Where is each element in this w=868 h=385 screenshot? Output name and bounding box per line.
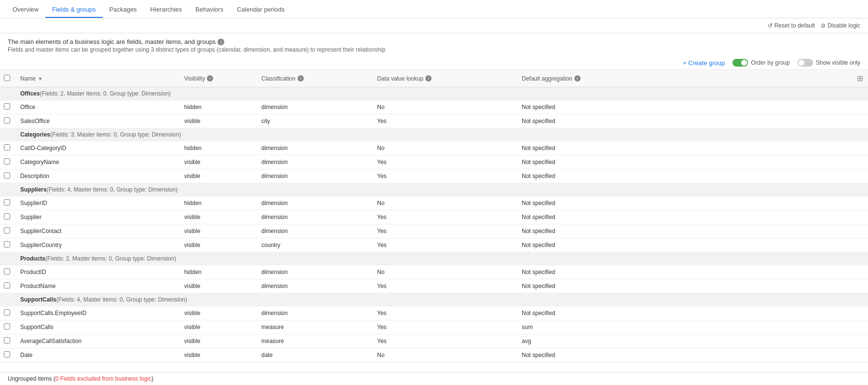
row-lookup: Yes — [372, 238, 517, 252]
row-classification: dimension — [257, 196, 372, 210]
row-classification: dimension — [257, 279, 372, 293]
row-aggregation: Not specified — [517, 279, 868, 293]
row-classification: measure — [257, 334, 372, 348]
row-checkbox[interactable] — [4, 268, 10, 275]
table-row: SupplierContact visible dimension Yes No… — [0, 224, 868, 238]
row-checkbox[interactable] — [4, 199, 10, 206]
group-detail: (Fields: 4, Master items: 0, Group type:… — [47, 186, 177, 193]
table-row: ProductID hidden dimension No Not specif… — [0, 265, 868, 279]
row-checkbox[interactable] — [4, 144, 10, 151]
row-checkbox[interactable] — [4, 337, 10, 344]
group-header-cell: Offices(Fields: 2, Master items: 0, Grou… — [15, 87, 868, 100]
table-body: Offices(Fields: 2, Master items: 0, Grou… — [0, 87, 868, 362]
row-lookup: Yes — [372, 169, 517, 183]
group-cb-cell — [0, 183, 15, 196]
info-main-icon[interactable]: i — [217, 39, 224, 45]
lookup-info-icon[interactable]: i — [425, 75, 432, 82]
group-header-categories: Categories(Fields: 3, Master items: 0, G… — [0, 128, 868, 141]
visibility-info-icon[interactable]: i — [207, 75, 213, 82]
show-visible-only-label: Show visible only — [816, 59, 860, 66]
row-aggregation: Not specified — [517, 169, 868, 183]
row-checkbox[interactable] — [4, 282, 10, 289]
row-checkbox[interactable] — [4, 213, 10, 220]
row-aggregation: Not specified — [517, 196, 868, 210]
row-name: ProductID — [15, 265, 179, 279]
group-detail: (Fields: 2, Master items: 0, Group type:… — [40, 90, 171, 97]
row-visibility: visible — [179, 279, 257, 293]
row-checkbox[interactable] — [4, 351, 10, 358]
row-checkbox-cell — [0, 348, 15, 362]
row-checkbox-cell — [0, 196, 15, 210]
info-bar: The main elements of a business logic ar… — [0, 33, 868, 56]
row-visibility: visible — [179, 210, 257, 224]
row-lookup: Yes — [372, 334, 517, 348]
group-cb-cell — [0, 252, 15, 265]
row-visibility: visible — [179, 114, 257, 128]
row-visibility: visible — [179, 169, 257, 183]
row-name: SupportCalls — [15, 320, 179, 334]
select-all-checkbox[interactable] — [4, 75, 10, 81]
row-name: Office — [15, 100, 179, 114]
info-sub-text: Fields and master items can be grouped t… — [8, 46, 860, 53]
row-name: SupportCalls.EmployeeID — [15, 306, 179, 320]
disable-logic-button[interactable]: ⊘ Disable logic — [821, 22, 860, 29]
group-header-cell: Categories(Fields: 3, Master items: 0, G… — [15, 128, 868, 141]
row-visibility: hidden — [179, 100, 257, 114]
nav-tab-hierarchies[interactable]: Hierarchies — [144, 2, 189, 18]
row-checkbox[interactable] — [4, 172, 10, 179]
order-by-group-toggle[interactable] — [732, 59, 748, 67]
row-visibility: visible — [179, 306, 257, 320]
row-checkbox[interactable] — [4, 241, 10, 248]
row-aggregation: Not specified — [517, 348, 868, 362]
row-classification: city — [257, 114, 372, 128]
group-detail: (Fields: 3, Master items: 0, Group type:… — [50, 131, 181, 138]
row-aggregation: avg — [517, 334, 868, 348]
row-lookup: No — [372, 141, 517, 155]
row-visibility: visible — [179, 238, 257, 252]
row-name: Supplier — [15, 210, 179, 224]
aggregation-info-icon[interactable]: i — [574, 75, 581, 82]
nav-tab-fields-and-groups[interactable]: Fields & groups — [45, 2, 102, 18]
group-header-products: Products(Fields: 2, Master items: 0, Gro… — [0, 252, 868, 265]
row-classification: dimension — [257, 265, 372, 279]
row-checkbox-cell — [0, 155, 15, 169]
name-filter-icon[interactable]: ▼ — [38, 76, 43, 82]
column-settings-icon[interactable]: ⊞ — [857, 74, 863, 83]
nav-tab-packages[interactable]: Packages — [103, 2, 144, 18]
row-checkbox[interactable] — [4, 323, 10, 330]
row-checkbox-cell — [0, 334, 15, 348]
classification-info-icon[interactable]: i — [298, 75, 304, 82]
info-main-text: The main elements of a business logic ar… — [8, 38, 216, 45]
row-checkbox[interactable] — [4, 117, 10, 124]
row-lookup: Yes — [372, 224, 517, 238]
row-lookup: No — [372, 265, 517, 279]
row-lookup: Yes — [372, 306, 517, 320]
row-classification: dimension — [257, 306, 372, 320]
show-visible-only-toggle[interactable] — [798, 59, 813, 67]
select-all-header — [0, 70, 15, 87]
row-checkbox-cell — [0, 100, 15, 114]
row-checkbox-cell — [0, 210, 15, 224]
row-name: ProductName — [15, 279, 179, 293]
row-visibility: visible — [179, 320, 257, 334]
nav-tab-calendar-periods[interactable]: Calendar periods — [230, 2, 291, 18]
row-classification: dimension — [257, 155, 372, 169]
table-row: SupportCalls.EmployeeID visible dimensio… — [0, 306, 868, 320]
row-checkbox[interactable] — [4, 158, 10, 165]
row-checkbox-cell — [0, 265, 15, 279]
reset-to-default-button[interactable]: ↺ Reset to default — [768, 22, 815, 29]
nav-tab-overview[interactable]: Overview — [6, 2, 45, 18]
table-row: Office hidden dimension No Not specified — [0, 100, 868, 114]
row-aggregation: Not specified — [517, 100, 868, 114]
row-checkbox[interactable] — [4, 309, 10, 316]
row-visibility: visible — [179, 155, 257, 169]
nav-tab-behaviors[interactable]: Behaviors — [189, 2, 230, 18]
group-header-suppliers: Suppliers(Fields: 4, Master items: 0, Gr… — [0, 183, 868, 196]
table-row: SupportCalls visible measure Yes sum — [0, 320, 868, 334]
create-group-button[interactable]: + Create group — [683, 59, 725, 67]
row-checkbox[interactable] — [4, 103, 10, 110]
group-header-supportcalls: SupportCalls(Fields: 4, Master items: 0,… — [0, 293, 868, 306]
row-checkbox[interactable] — [4, 227, 10, 234]
group-name: Categories — [20, 131, 50, 138]
group-name: Suppliers — [20, 186, 47, 193]
